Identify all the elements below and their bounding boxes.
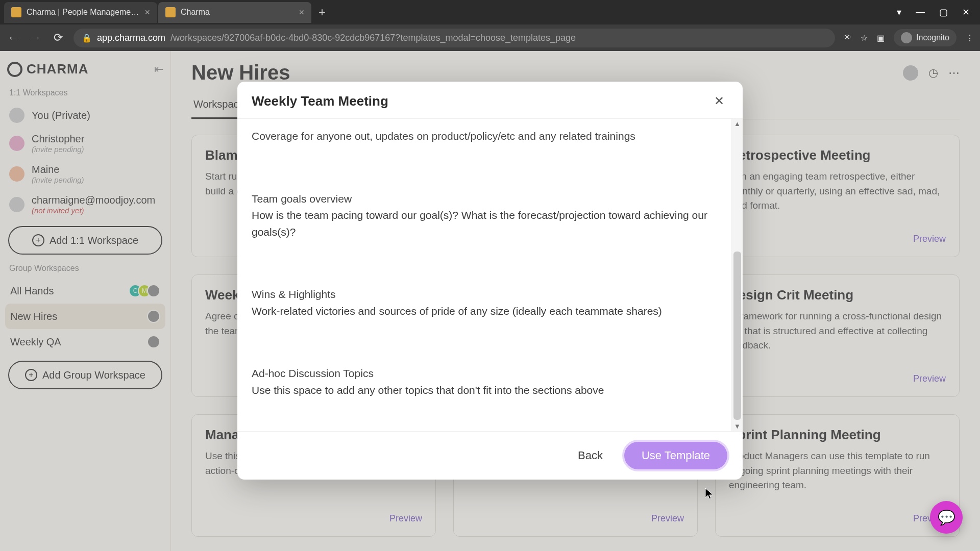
reload-icon[interactable]: ⟳	[51, 31, 65, 44]
panel-icon[interactable]: ▣	[877, 33, 885, 43]
eye-off-icon[interactable]: 👁	[843, 33, 851, 42]
browser-chrome: Charma | People Management S × Charma × …	[0, 0, 980, 51]
template-section-body: Use this space to add any other topics t…	[252, 382, 717, 399]
new-tab-button[interactable]: +	[312, 5, 332, 19]
incognito-label: Incognito	[916, 33, 949, 42]
app: CHARMA ⇤ 1:1 Workspaces You (Private) Ch…	[0, 51, 980, 551]
scroll-down-icon[interactable]: ▼	[732, 422, 743, 430]
url-bar[interactable]: 🔒 app.charma.com/workspaces/927006af-b0d…	[74, 29, 835, 47]
maximize-icon[interactable]: ▢	[939, 7, 948, 18]
modal-overlay[interactable]: Weekly Team Meeting ✕ Coverage for anyon…	[0, 51, 980, 551]
tab-title: Charma | People Management S	[27, 8, 139, 17]
template-section-body: How is the team pacing toward our goal(s…	[252, 207, 717, 240]
tab-title: Charma	[181, 8, 293, 17]
scrollbar[interactable]: ▲ ▼	[731, 119, 743, 431]
lock-icon: 🔒	[82, 33, 92, 43]
chat-icon: 💬	[938, 509, 955, 526]
template-line: Coverage for anyone out, updates on prod…	[252, 128, 717, 145]
star-icon[interactable]: ☆	[861, 33, 868, 43]
chat-fab[interactable]: 💬	[930, 501, 963, 534]
template-section-heading: Ad-hoc Discussion Topics	[252, 365, 717, 382]
window-controls: ▾ — ▢ ✕	[897, 7, 976, 18]
template-section-body: Work-related victories and sources of pr…	[252, 303, 717, 320]
nav-right: 👁 ☆ ▣ Incognito ⋮	[843, 29, 974, 46]
incognito-icon	[901, 32, 912, 43]
minimize-icon[interactable]: —	[916, 7, 925, 18]
chevron-down-icon[interactable]: ▾	[897, 7, 901, 18]
incognito-badge[interactable]: Incognito	[894, 29, 957, 46]
forward-icon[interactable]: →	[29, 31, 43, 44]
back-icon[interactable]: ←	[6, 31, 20, 44]
favicon-icon	[11, 7, 21, 17]
template-section-heading: Wins & Highlights	[252, 286, 717, 303]
close-window-icon[interactable]: ✕	[962, 7, 970, 18]
close-icon[interactable]: ×	[299, 7, 304, 18]
modal-body[interactable]: Coverage for anyone out, updates on prod…	[237, 119, 731, 431]
favicon-icon	[165, 7, 176, 17]
modal-title: Weekly Team Meeting	[252, 93, 388, 109]
browser-tab[interactable]: Charma ×	[158, 2, 311, 23]
browser-tab[interactable]: Charma | People Management S ×	[4, 2, 157, 23]
url-path: /workspaces/927006af-b0dc-4bd0-830c-92cd…	[170, 33, 576, 43]
kebab-menu-icon[interactable]: ⋮	[966, 33, 974, 43]
url-domain: app.charma.com	[97, 33, 165, 43]
tab-strip: Charma | People Management S × Charma × …	[0, 0, 980, 24]
template-preview-modal: Weekly Team Meeting ✕ Coverage for anyon…	[237, 82, 743, 480]
scrollbar-thumb[interactable]	[733, 252, 741, 420]
template-section-heading: Team goals overview	[252, 191, 717, 208]
use-template-button[interactable]: Use Template	[624, 442, 727, 469]
close-icon[interactable]: ✕	[710, 92, 728, 110]
nav-bar: ← → ⟳ 🔒 app.charma.com/workspaces/927006…	[0, 24, 980, 51]
close-icon[interactable]: ×	[144, 7, 150, 18]
scroll-up-icon[interactable]: ▲	[732, 120, 743, 128]
back-button[interactable]: Back	[570, 444, 611, 467]
